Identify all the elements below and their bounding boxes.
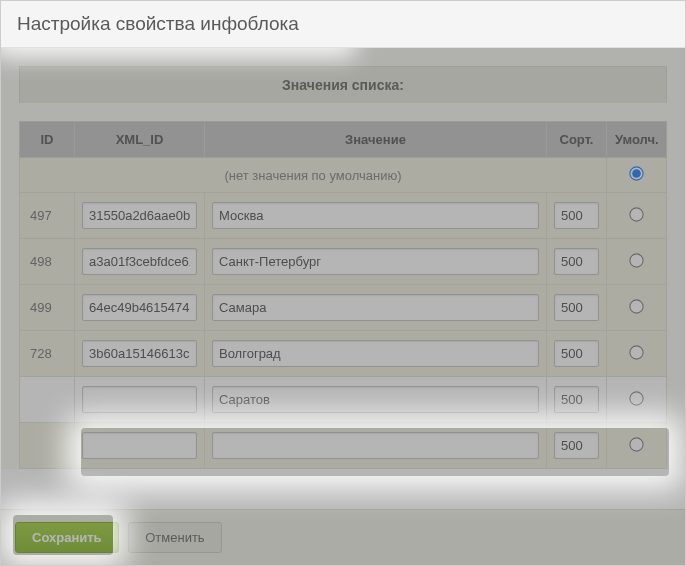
save-button[interactable]: Сохранить [15,522,119,553]
value-input[interactable] [212,386,539,413]
xmlid-input[interactable] [82,202,197,229]
default-radio[interactable] [629,345,643,359]
value-input[interactable] [212,202,539,229]
row-id [20,377,75,423]
section-title: Значения списка: [19,66,667,103]
page-title-text: Настройка свойства инфоблока [17,13,299,34]
col-id: ID [20,122,75,158]
row-id: 499 [20,285,75,331]
default-radio[interactable] [629,391,643,405]
default-radio-none[interactable] [629,166,643,180]
col-xml-id: XML_ID [75,122,205,158]
col-default: Умолч. [607,122,667,158]
sort-input[interactable] [554,340,599,367]
table-row: 728 [20,331,667,377]
default-radio[interactable] [629,253,643,267]
value-input[interactable] [212,432,539,459]
default-empty-row: (нет значения по умолчанию) [20,158,667,193]
xmlid-input[interactable] [82,432,197,459]
xmlid-input[interactable] [82,294,197,321]
xmlid-input[interactable] [82,340,197,367]
table-row-empty [20,423,667,469]
row-id: 728 [20,331,75,377]
table-row: 497 [20,193,667,239]
value-input[interactable] [212,248,539,275]
section-title-text: Значения списка: [282,77,404,93]
row-id: 498 [20,239,75,285]
col-value: Значение [205,122,547,158]
value-input[interactable] [212,294,539,321]
table-row-new [20,377,667,423]
sort-input[interactable] [554,294,599,321]
table-row: 498 [20,239,667,285]
xmlid-input[interactable] [82,248,197,275]
values-table: ID XML_ID Значение Сорт. Умолч. (нет зна… [19,121,667,469]
sort-input[interactable] [554,248,599,275]
default-radio[interactable] [629,299,643,313]
row-id [20,423,75,469]
default-empty-text: (нет значения по умолчанию) [20,158,607,193]
table-row: 499 [20,285,667,331]
default-radio[interactable] [629,437,643,451]
cancel-button[interactable]: Отменить [128,522,221,553]
page-title: Настройка свойства инфоблока [1,1,685,48]
sort-input[interactable] [554,432,599,459]
value-input[interactable] [212,340,539,367]
row-id: 497 [20,193,75,239]
col-sort: Сорт. [547,122,607,158]
default-radio[interactable] [629,207,643,221]
sort-input[interactable] [554,386,599,413]
xmlid-input[interactable] [82,386,197,413]
sort-input[interactable] [554,202,599,229]
footer-bar: Сохранить Отменить [1,509,685,565]
